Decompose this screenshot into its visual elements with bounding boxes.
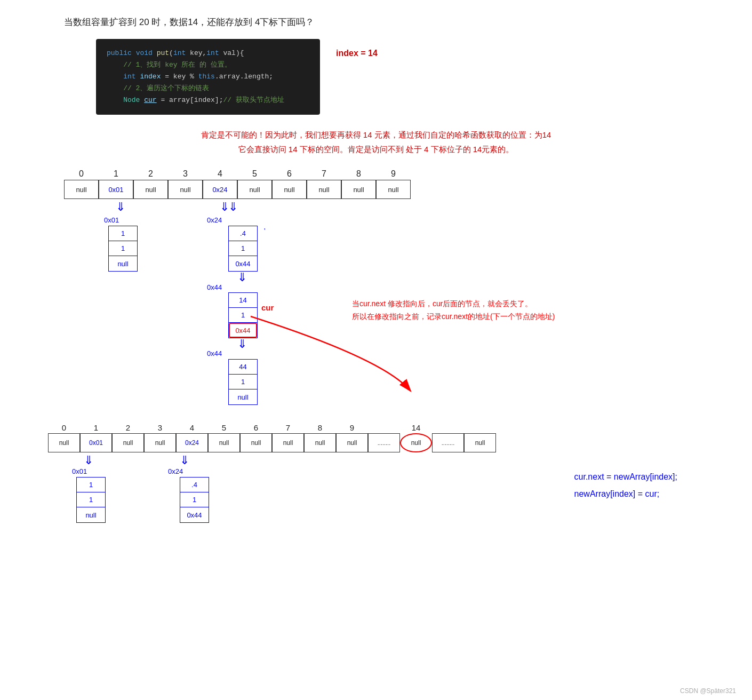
array2-indices: 0 1 2 3 4 5 6 7 8 9 14 (48, 423, 720, 432)
arrow-0x44-to-tail: ⇓ (237, 337, 247, 351)
node-0x01-box: 1 1 null (108, 226, 138, 272)
red-comment: 当cur.next 修改指向后，cur后面的节点，就会丢失了。 所以在修改指向之… (352, 298, 555, 323)
bottom-node-0x24-box: .4 1 0x44 (180, 477, 209, 523)
question-text: 当数组容量扩容到 20 时，数据14，还能存放到 4下标下面吗？ (64, 16, 720, 28)
cur-label: cur (261, 303, 274, 312)
node-0x01-label: 0x01 (104, 216, 119, 224)
node-0x44-data-box: 14 1 0x44 (228, 292, 258, 338)
bottom-node-0x01-box: 1 1 null (76, 477, 106, 523)
arrow-0x24-to-0x44: ⇓ (237, 271, 247, 284)
red-paragraph: 肯定是不可能的！因为此时，我们想要再获得 14 元素，通过我们自定的哈希函数获取… (32, 128, 720, 156)
bottom-arrow-idx1: ⇓ (84, 454, 93, 467)
index-label: index = 14 (336, 49, 378, 58)
watermark: CSDN @Später321 (680, 687, 736, 695)
bottom-code: cur.next = newArray[index]; newArray[ind… (574, 468, 677, 503)
bottom-arrow-idx4: ⇓ (180, 454, 189, 467)
node-0x24-top-label: 0x24 (207, 216, 222, 224)
array2-cells: null 0x01 null null 0x24 null null null … (48, 433, 720, 452)
array1-cells: null 0x01 null null 0x24 null null null … (64, 180, 720, 199)
code-block: public void put(int key,int val){ // 1、找… (96, 39, 320, 115)
node-0x44-label: 0x44 (207, 283, 222, 291)
bottom-node-0x01-label: 0x01 (72, 467, 87, 475)
arrow-from-idx1: ⇓ (116, 200, 125, 214)
arrow-to-0x24: ⇓ (228, 200, 238, 214)
bottom-section: 0 1 2 3 4 5 6 7 8 9 14 null 0x01 null nu… (32, 423, 720, 559)
node-0x24-top-box: .4 1 0x44 (228, 226, 258, 272)
bottom-node-0x24-label: 0x24 (168, 467, 183, 475)
array1-indices: 0 1 2 3 4 5 6 7 8 9 (64, 169, 720, 179)
circled-null: null (400, 433, 432, 452)
node-0x44-tail-box: 44 1 null (228, 359, 258, 405)
node-0x44-tail-label: 0x44 (207, 349, 222, 357)
